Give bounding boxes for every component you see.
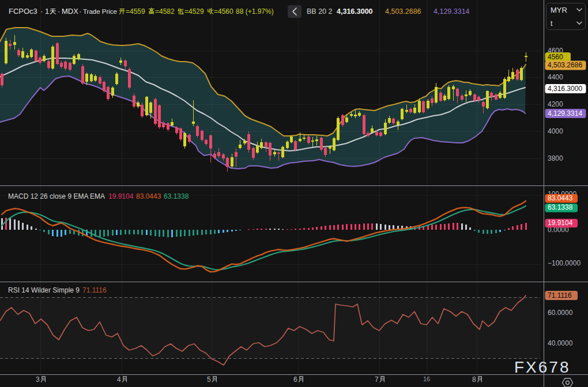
svg-text:16: 16 bbox=[423, 375, 430, 382]
svg-text:FX678: FX678 bbox=[514, 358, 571, 376]
svg-text:63.1338: 63.1338 bbox=[164, 192, 189, 200]
svg-text:83.0443: 83.0443 bbox=[136, 192, 161, 200]
svg-text:MDX: MDX bbox=[62, 7, 78, 16]
svg-text:7: 7 bbox=[375, 375, 379, 384]
svg-text:3800: 3800 bbox=[548, 154, 563, 162]
svg-text:4: 4 bbox=[117, 375, 121, 384]
svg-text:Trade Price: Trade Price bbox=[83, 8, 117, 15]
svg-text:40.0000: 40.0000 bbox=[548, 339, 573, 347]
svg-text:88 (+1.97%): 88 (+1.97%) bbox=[236, 7, 274, 16]
svg-text:4,316.3000: 4,316.3000 bbox=[548, 85, 582, 93]
svg-text:4,503.2686: 4,503.2686 bbox=[385, 7, 421, 16]
svg-text:63.1338: 63.1338 bbox=[548, 203, 573, 211]
svg-text:71.1116: 71.1116 bbox=[82, 286, 107, 294]
svg-text:19.9104: 19.9104 bbox=[548, 219, 573, 227]
svg-text:·: · bbox=[40, 7, 43, 16]
svg-text:·: · bbox=[58, 7, 60, 16]
svg-text:4,129.3314: 4,129.3314 bbox=[548, 109, 582, 117]
svg-text:MYR: MYR bbox=[551, 6, 567, 14]
svg-text:4,129.3314: 4,129.3314 bbox=[434, 7, 470, 16]
svg-text:71.1116: 71.1116 bbox=[548, 291, 572, 299]
svg-text:83.0443: 83.0443 bbox=[548, 194, 573, 202]
svg-text:RSI 14 Wilder Simple 9: RSI 14 Wilder Simple 9 bbox=[8, 286, 80, 294]
svg-text:·: · bbox=[79, 7, 81, 16]
svg-text:FCPOc3: FCPOc3 bbox=[9, 7, 37, 16]
svg-text:6: 6 bbox=[293, 375, 297, 384]
svg-text:4200: 4200 bbox=[548, 100, 563, 108]
svg-text:8: 8 bbox=[472, 375, 476, 384]
svg-text:=4529: =4529 bbox=[184, 7, 204, 16]
svg-text:4000: 4000 bbox=[548, 127, 563, 135]
svg-text:4400: 4400 bbox=[548, 73, 563, 81]
svg-text:4,503.2686: 4,503.2686 bbox=[548, 61, 582, 69]
svg-text:19.9104: 19.9104 bbox=[108, 192, 134, 200]
svg-text:=4560: =4560 bbox=[214, 7, 233, 16]
svg-text:4560: 4560 bbox=[548, 53, 563, 61]
svg-text:−100.0000: −100.0000 bbox=[548, 259, 581, 267]
svg-text:MACD 12 26 close 9 EMA EMA: MACD 12 26 close 9 EMA EMA bbox=[8, 192, 105, 200]
svg-text:BB 20 2: BB 20 2 bbox=[307, 7, 333, 16]
svg-text:t: t bbox=[551, 20, 553, 28]
svg-text:60.0000: 60.0000 bbox=[548, 309, 573, 317]
svg-text:1: 1 bbox=[45, 7, 49, 16]
svg-text:4,316.3000: 4,316.3000 bbox=[337, 7, 373, 16]
svg-text:5: 5 bbox=[207, 375, 211, 384]
svg-text:=4582: =4582 bbox=[155, 7, 175, 16]
svg-text:=4559: =4559 bbox=[126, 7, 145, 16]
svg-text:3: 3 bbox=[36, 375, 40, 384]
